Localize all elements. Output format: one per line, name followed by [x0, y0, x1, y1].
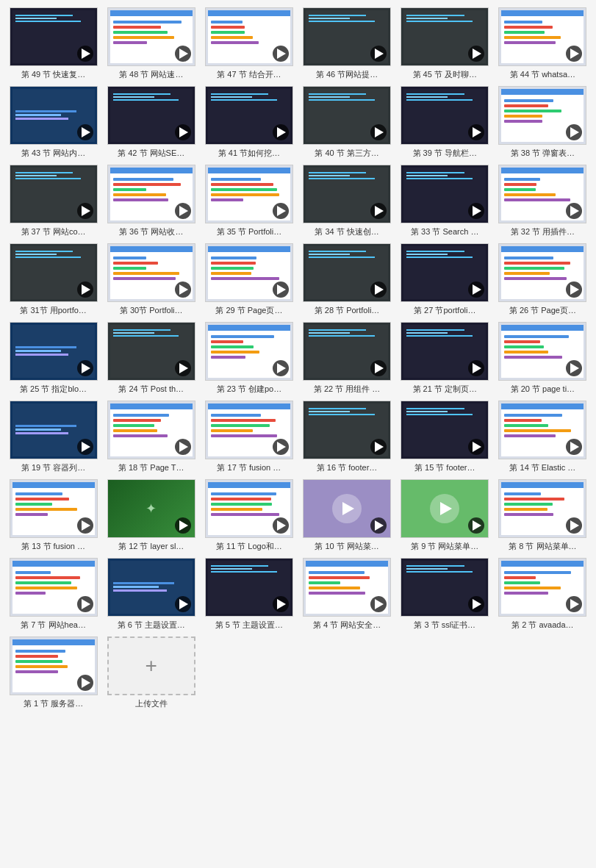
video-thumbnail — [498, 322, 586, 381]
video-item-v5[interactable]: 第 5 节 主题设置… — [203, 558, 295, 631]
video-item-v16[interactable]: 第 16 节 footer… — [301, 401, 392, 473]
video-thumbnail — [10, 558, 98, 617]
play-button[interactable] — [370, 46, 387, 62]
video-item-v21[interactable]: 第 21 节 定制页… — [399, 322, 491, 395]
video-item-v6[interactable]: 第 6 节 主题设置… — [105, 558, 197, 631]
video-label: 第 42 节 网站SE… — [107, 148, 195, 159]
video-label: 第 22 节 用组件 … — [303, 384, 391, 395]
play-icon — [473, 442, 481, 452]
play-button[interactable] — [77, 124, 93, 140]
video-item-v47[interactable]: 第 47 节 结合开… — [203, 7, 295, 80]
video-item-v41[interactable]: 第 41 节如何挖… — [203, 86, 295, 159]
video-item-v35[interactable]: 第 35 节 Portfoli… — [203, 165, 295, 237]
play-button[interactable] — [370, 517, 387, 534]
play-button[interactable] — [175, 124, 191, 140]
play-button[interactable] — [77, 203, 93, 219]
video-item-v42[interactable]: 第 42 节 网站SE… — [105, 86, 197, 159]
video-item-v13[interactable]: 第 13 节 fusion … — [7, 479, 99, 552]
play-icon — [179, 442, 188, 452]
video-item-v4[interactable]: 第 4 节 网站安全… — [301, 558, 392, 631]
video-item-v17[interactable]: 第 17 节 fusion … — [203, 401, 295, 473]
video-item-v39[interactable]: 第 39 节 导航栏… — [399, 86, 491, 159]
play-button[interactable] — [77, 281, 93, 298]
video-item-v25[interactable]: 第 25 节 指定blo… — [7, 322, 99, 395]
video-item-v2[interactable]: 第 2 节 avaada… — [497, 558, 589, 631]
play-button[interactable] — [370, 281, 387, 298]
video-item-v9[interactable]: 第 9 节 网站菜单… — [399, 479, 491, 552]
play-button[interactable] — [273, 124, 289, 140]
video-item-v32[interactable]: 第 32 节 用插件… — [497, 165, 589, 237]
play-button[interactable] — [77, 360, 93, 376]
play-button[interactable] — [175, 596, 191, 612]
video-item-v23[interactable]: 第 23 节 创建po… — [203, 322, 295, 395]
video-item-v10[interactable]: 第 10 节 网站菜… — [301, 479, 392, 552]
play-button[interactable] — [273, 46, 289, 62]
play-button[interactable] — [273, 596, 289, 612]
video-item-v36[interactable]: 第 36 节 网站收… — [105, 165, 197, 237]
play-button[interactable] — [175, 360, 191, 376]
video-thumbnail — [10, 322, 98, 381]
video-item-v49[interactable]: 第 49 节 快速复… — [7, 7, 99, 80]
video-thumbnail — [401, 401, 489, 459]
play-icon — [375, 49, 384, 59]
video-item-v3[interactable]: 第 3 节 ssl证书… — [399, 558, 491, 631]
video-thumbnail — [401, 7, 489, 66]
video-item-v27[interactable]: 第 27 节portfoli… — [399, 243, 491, 316]
video-item-v40[interactable]: 第 40 节 第三方… — [301, 86, 392, 159]
play-button[interactable] — [175, 203, 191, 219]
play-button[interactable] — [370, 360, 387, 376]
play-icon — [277, 284, 286, 295]
video-item-v37[interactable]: 第 37 节 网站co… — [7, 165, 99, 237]
video-item-v43[interactable]: 第 43 节 网站内… — [7, 86, 99, 159]
play-button[interactable] — [77, 517, 93, 534]
video-item-v34[interactable]: 第 34 节 快速创… — [301, 165, 392, 237]
video-label: 第 19 节 容器列… — [10, 462, 98, 473]
video-item-v38[interactable]: 第 38 节 弹窗表… — [497, 86, 589, 159]
video-item-v15[interactable]: 第 15 节 footer… — [399, 401, 491, 473]
video-item-v8[interactable]: 第 8 节 网站菜单… — [497, 479, 589, 552]
play-button[interactable] — [370, 203, 387, 219]
play-button[interactable] — [77, 596, 93, 612]
play-button[interactable] — [175, 281, 191, 298]
play-button[interactable] — [175, 517, 191, 534]
video-item-v45[interactable]: 第 45 节 及时聊… — [399, 7, 491, 80]
play-button[interactable] — [273, 439, 289, 455]
video-item-v30[interactable]: 第 30节 Portfoli… — [105, 243, 197, 316]
video-item-v20[interactable]: 第 20 节 page ti… — [497, 322, 589, 395]
video-item-v48[interactable]: 第 48 节 网站速… — [105, 7, 197, 80]
play-button[interactable] — [273, 517, 289, 534]
play-icon — [570, 520, 579, 531]
play-button[interactable] — [273, 360, 289, 376]
video-item-v31[interactable]: 第 31节 用portfo… — [7, 243, 99, 316]
video-item-v11[interactable]: 第 11 节 Logo和… — [203, 479, 295, 552]
play-button[interactable] — [370, 124, 387, 140]
play-button[interactable] — [175, 439, 191, 455]
video-item-v29[interactable]: 第 29 节 Page页… — [203, 243, 295, 316]
play-button[interactable] — [77, 46, 93, 62]
video-item-v18[interactable]: 第 18 节 Page T… — [105, 401, 197, 473]
video-item-v44[interactable]: 第 44 节 whatsa… — [497, 7, 589, 80]
video-item-v46[interactable]: 第 46 节网站提… — [301, 7, 392, 80]
video-item-v28[interactable]: 第 28 节 Portfoli… — [301, 243, 392, 316]
video-item-v26[interactable]: 第 26 节 Page页… — [497, 243, 589, 316]
play-button[interactable] — [370, 596, 387, 612]
video-item-upload[interactable]: +上传文件 — [105, 636, 197, 709]
play-button[interactable] — [77, 439, 93, 455]
video-item-v1[interactable]: 第 1 节 服务器… — [7, 636, 99, 709]
video-item-v24[interactable]: 第 24 节 Post th… — [105, 322, 197, 395]
video-item-v33[interactable]: 第 33 节 Search … — [399, 165, 491, 237]
play-button[interactable] — [77, 675, 93, 691]
play-icon — [375, 442, 384, 452]
video-label: 第 2 节 avaada… — [498, 620, 586, 631]
video-item-v22[interactable]: 第 22 节 用组件 … — [301, 322, 392, 395]
video-label: 第 44 节 whatsa… — [498, 69, 586, 80]
play-button[interactable] — [175, 46, 191, 62]
play-button[interactable] — [370, 439, 387, 455]
video-item-v14[interactable]: 第 14 节 Elastic … — [497, 401, 589, 473]
video-item-v19[interactable]: 第 19 节 容器列… — [7, 401, 99, 473]
video-item-v12[interactable]: ✦ 第 12 节 layer sl… — [105, 479, 197, 552]
play-button[interactable] — [273, 203, 289, 219]
video-item-v7[interactable]: 第 7 节 网站hea… — [7, 558, 99, 631]
play-button[interactable] — [273, 281, 289, 298]
play-icon — [473, 363, 481, 373]
